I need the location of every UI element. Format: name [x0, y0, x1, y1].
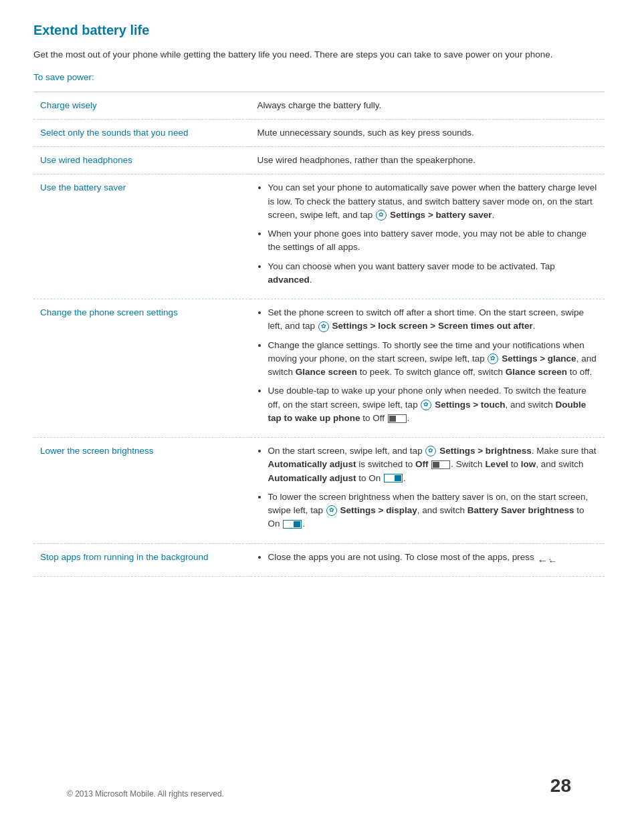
table-row: Use wired headphones Use wired headphone…	[33, 147, 605, 174]
list-item: You can choose when you want battery sav…	[268, 260, 598, 287]
copyright-text: © 2013 Microsoft Mobile. All rights rese…	[67, 788, 224, 800]
intro-text: Get the most out of your phone while get…	[33, 48, 605, 61]
auto-adjust-label: Automatically adjust	[268, 459, 356, 469]
list-item: Set the phone screen to switch off after…	[268, 306, 598, 333]
left-col-headphones: Use wired headphones	[33, 147, 251, 174]
page-title: Extend battery life	[33, 20, 605, 40]
right-col-brightness: On the start screen, swipe left, and tap…	[251, 438, 605, 544]
battery-saver-brightness-label: Battery Saver brightness	[467, 505, 574, 515]
brightness-list: On the start screen, swipe left, and tap…	[257, 444, 598, 531]
table-row: Lower the screen brightness On the start…	[33, 438, 605, 544]
off-label: Off	[415, 459, 429, 469]
right-col-charge: Always charge the battery fully.	[251, 92, 605, 119]
footer: © 2013 Microsoft Mobile. All rights rese…	[67, 772, 571, 800]
list-item: To lower the screen brightness when the …	[268, 491, 598, 531]
low-label: low	[521, 459, 536, 469]
list-item: Close the apps you are not using. To clo…	[268, 551, 598, 564]
list-item: You can set your phone to automatically …	[268, 181, 598, 222]
screen-settings-list: Set the phone screen to switch off after…	[257, 306, 598, 425]
settings-path: Settings > glance	[502, 354, 576, 364]
settings-icon	[421, 400, 431, 410]
toggle-off-icon	[388, 414, 407, 423]
toggle-on-icon	[384, 474, 403, 482]
page-wrapper: Extend battery life Get the most out of …	[33, 20, 605, 820]
left-col-brightness: Lower the screen brightness	[33, 438, 251, 544]
table-row: Change the phone screen settings Set the…	[33, 299, 605, 438]
right-col-screen: Set the phone screen to switch off after…	[251, 299, 605, 438]
settings-icon	[425, 446, 436, 456]
settings-path: Settings > battery saver	[390, 210, 492, 220]
back-icon: ←	[538, 553, 548, 562]
right-col-battery-saver: You can set your phone to automatically …	[251, 174, 605, 299]
settings-icon	[376, 210, 387, 221]
settings-path: Settings > brightness	[439, 446, 532, 456]
settings-path: Settings > display	[340, 505, 417, 515]
settings-path: Settings > lock screen > Screen times ou…	[332, 321, 533, 331]
content-table: Charge wisely Always charge the battery …	[33, 92, 605, 577]
right-col-sounds: Mute unnecessary sounds, such as key pre…	[251, 119, 605, 146]
to-save-label: To save power:	[33, 71, 605, 84]
battery-saver-list: You can set your phone to automatically …	[257, 181, 598, 287]
list-item: Use double-tap to wake up your phone onl…	[268, 384, 598, 425]
table-row: Stop apps from running in the background…	[33, 543, 605, 576]
glance-screen-label: Glance screen	[296, 367, 357, 377]
settings-icon	[326, 505, 337, 516]
list-item: On the start screen, swipe left, and tap…	[268, 444, 598, 485]
toggle-on-icon	[283, 520, 302, 529]
toggle-off-icon	[431, 460, 450, 469]
list-item: Change the glance settings. To shortly s…	[268, 339, 598, 380]
level-label: Level	[485, 459, 508, 469]
auto-adjust-label2: Automatically adjust	[268, 473, 356, 483]
settings-path: Settings > touch	[435, 400, 505, 410]
table-row: Use the battery saver You can set your p…	[33, 174, 605, 299]
right-col-stop-apps: Close the apps you are not using. To clo…	[251, 543, 605, 576]
advanced-label: advanced	[268, 275, 310, 285]
left-col-charge: Charge wisely	[33, 92, 251, 119]
settings-icon	[488, 354, 498, 364]
list-item: When your phone goes into battery saver …	[268, 227, 598, 255]
settings-icon	[318, 321, 329, 332]
left-col-battery-saver: Use the battery saver	[33, 174, 251, 299]
right-col-headphones: Use wired headphones, rather than the sp…	[251, 147, 605, 174]
stop-apps-list: Close the apps you are not using. To clo…	[257, 551, 598, 564]
table-row: Select only the sounds that you need Mut…	[33, 119, 605, 146]
left-col-stop-apps: Stop apps from running in the background	[33, 543, 251, 576]
table-row: Charge wisely Always charge the battery …	[33, 92, 605, 119]
left-col-sounds: Select only the sounds that you need	[33, 119, 251, 146]
left-col-screen: Change the phone screen settings	[33, 299, 251, 438]
glance-screen-label2: Glance screen	[506, 367, 567, 377]
page-number: 28	[550, 772, 571, 800]
